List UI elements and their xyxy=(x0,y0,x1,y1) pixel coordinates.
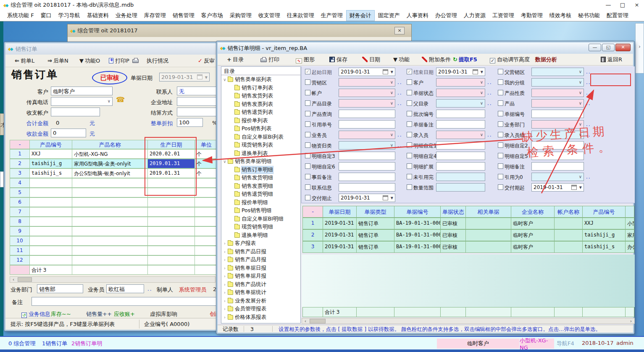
calendar-icon[interactable] xyxy=(383,195,388,200)
grid-cell[interactable]: 小型机-XG-NG xyxy=(72,149,148,159)
grid-cell[interactable] xyxy=(29,207,72,217)
result-cell[interactable]: BA-19-01-31-0001 xyxy=(394,241,441,253)
tree-item[interactable]: 销售订单明细 xyxy=(229,166,273,174)
menu-item[interactable]: 基础资料 xyxy=(84,11,112,21)
menu-item[interactable]: 销售管理 xyxy=(170,11,197,21)
filter-checkbox[interactable] xyxy=(498,132,503,137)
result-header[interactable] xyxy=(625,206,634,218)
toolbar-button[interactable]: ▼功能O xyxy=(79,57,100,65)
filter-checkbox[interactable] xyxy=(498,100,503,106)
tree-item[interactable]: 报价单列表 xyxy=(229,117,268,125)
taskbar-item[interactable]: 1销售订单 xyxy=(42,340,67,347)
filter-checkbox[interactable] xyxy=(498,111,503,116)
grid-cell[interactable] xyxy=(72,246,148,255)
grid-cell[interactable] xyxy=(29,246,72,255)
result-header[interactable]: 单据日期 xyxy=(323,206,357,218)
filter-picker-dots[interactable] xyxy=(586,121,591,127)
filter-combo[interactable] xyxy=(531,68,584,76)
grid-cell[interactable]: 个 xyxy=(195,168,218,178)
filter-field[interactable] xyxy=(531,162,584,171)
grid-cell[interactable] xyxy=(195,236,218,246)
grid-cell[interactable] xyxy=(147,226,195,236)
result-cell[interactable]: 已审核 xyxy=(440,218,466,229)
info-link[interactable]: 销售量++ xyxy=(86,310,112,318)
result-header[interactable]: 单据编号 xyxy=(394,206,441,218)
filter-picker-dots[interactable] xyxy=(586,100,591,106)
result-cell[interactable]: 办公S型电脑-银奥-onlyit xyxy=(625,241,634,253)
toolbar-button[interactable]: 打印P xyxy=(109,57,129,65)
result-cell[interactable]: taishiji_g xyxy=(582,229,626,241)
taskbar-item[interactable]: 0 综合管理 xyxy=(8,340,35,347)
grid-cell[interactable]: 2019.01.31 xyxy=(147,159,195,168)
grid-cell[interactable]: 2020.02.01 xyxy=(147,149,195,159)
result-cell[interactable] xyxy=(554,218,583,229)
settle-field[interactable] xyxy=(177,108,216,116)
tree-item-label[interactable]: 销售发票列表 xyxy=(242,101,273,108)
result-header[interactable]: 单据状态 xyxy=(440,206,466,218)
phone-icon[interactable]: ☎ xyxy=(116,95,125,104)
menu-item[interactable]: 人事资料 xyxy=(404,11,431,21)
grid-cell[interactable]: 个 xyxy=(195,149,218,159)
tree-item[interactable]: 自定义单据BI明细 xyxy=(229,215,284,223)
filter-field[interactable] xyxy=(339,162,395,171)
filter-picker-dots[interactable] xyxy=(487,132,492,138)
filter-picker-dots[interactable] xyxy=(397,142,402,148)
tree-item-label[interactable]: 销售发货列表 xyxy=(242,92,273,100)
tree-item-label[interactable]: 价格体系报表 xyxy=(235,314,266,321)
filter-checkbox[interactable] xyxy=(305,121,310,127)
toolbar-button[interactable]: 保存 xyxy=(329,56,347,63)
orderwin-titlebar[interactable]: ◆◆ 销售订单 xyxy=(5,43,216,55)
filter-field[interactable] xyxy=(339,173,395,181)
result-header[interactable]: 帐户名称 xyxy=(554,206,583,218)
result-cell[interactable] xyxy=(465,241,511,253)
filter-checkbox[interactable] xyxy=(407,69,412,74)
doc-date-field[interactable]: 2019-01-31 ▼ xyxy=(159,73,210,81)
menu-item[interactable]: 采购管理 xyxy=(227,11,255,21)
filter-checkbox[interactable] xyxy=(407,142,412,148)
address-field[interactable] xyxy=(177,97,216,106)
order-hscrollbar[interactable]: ‹ xyxy=(10,276,216,283)
filter-checkbox[interactable] xyxy=(407,174,412,179)
menu-item[interactable]: 窗口 xyxy=(38,11,55,21)
result-cell[interactable]: taishiji_s xyxy=(582,241,626,253)
tree-item-label[interactable]: 销售单据统计 xyxy=(235,289,266,296)
discount-field[interactable]: 100 xyxy=(177,118,203,127)
menu-item[interactable]: 配置管理 xyxy=(604,11,631,21)
filter-checkbox[interactable] xyxy=(305,163,310,169)
filter-field[interactable] xyxy=(436,141,485,150)
result-cell[interactable]: 已审核 xyxy=(440,241,466,253)
grid-cell[interactable] xyxy=(29,255,72,265)
menu-item[interactable]: 办公管理 xyxy=(432,11,460,21)
filter-picker-dots[interactable] xyxy=(586,132,591,138)
result-cell[interactable]: 临时客户 xyxy=(511,241,555,253)
grid-cell[interactable] xyxy=(72,188,148,197)
grid-header[interactable]: - xyxy=(10,140,30,149)
nav-shortcut[interactable]: 导航F4 xyxy=(557,340,574,347)
account-field[interactable] xyxy=(51,108,100,116)
filter-picker-dots[interactable] xyxy=(397,100,402,106)
filter-checkbox[interactable] xyxy=(407,79,412,85)
info-link[interactable]: 库存~~ xyxy=(51,310,71,318)
tree-item[interactable]: ∨销售类单据列表 xyxy=(222,76,272,84)
grid-cell[interactable]: 个 xyxy=(195,159,218,168)
grid-cell[interactable] xyxy=(72,178,148,188)
result-cell[interactable]: 2019-01-31 xyxy=(323,218,357,229)
contact-field[interactable]: 无 xyxy=(177,87,216,95)
result-header[interactable]: - xyxy=(302,206,323,218)
tree-expander-icon[interactable]: › xyxy=(222,257,227,262)
result-cell[interactable]: XXJ xyxy=(582,218,626,229)
filter-field[interactable] xyxy=(436,152,485,160)
tree-item-label[interactable]: Pos销售列表 xyxy=(242,125,271,132)
tree-item[interactable]: ›销售单据月报 xyxy=(222,272,266,280)
result-cell[interactable]: 家用G型电脑-金奥-onlyit xyxy=(625,229,634,241)
toolbar-button[interactable]: 返回R xyxy=(601,56,622,63)
tree-item[interactable]: ›销售单据统计 xyxy=(222,289,266,297)
filter-picker-dots[interactable] xyxy=(397,90,402,96)
filter-checkbox[interactable] xyxy=(407,111,412,116)
maximize-icon[interactable]: □ xyxy=(615,0,630,10)
received-field[interactable]: 0 xyxy=(51,129,86,137)
tree-expander-icon[interactable]: › xyxy=(222,307,227,311)
filter-checkbox[interactable] xyxy=(407,184,412,190)
filter-field[interactable] xyxy=(531,152,584,160)
grid-cell[interactable] xyxy=(195,255,218,265)
